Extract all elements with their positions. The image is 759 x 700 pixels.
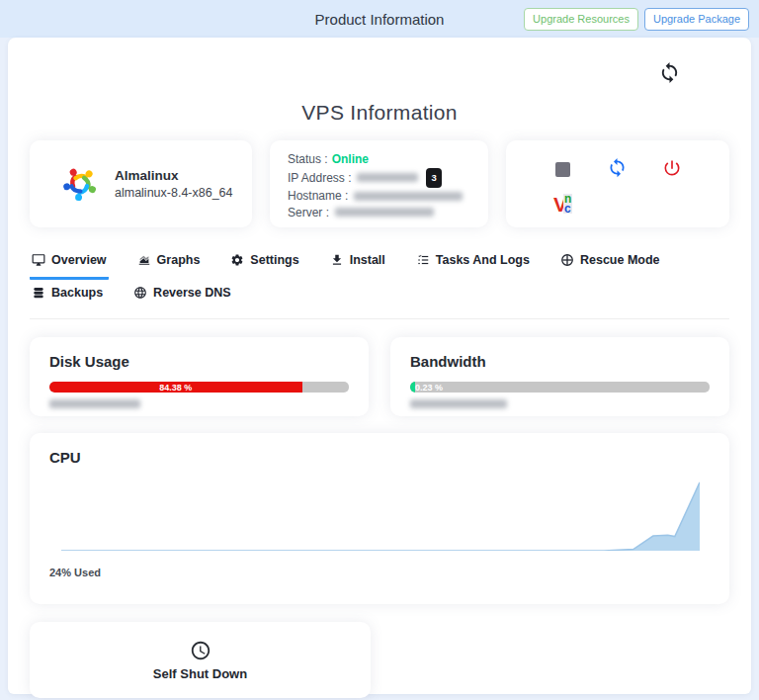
restart-button[interactable] [607,157,628,182]
tab-graphs[interactable]: Graphs [135,249,203,280]
life-ring-icon [560,253,574,267]
tab-bar: Overview Graphs Settings Install Tasks A… [30,249,729,312]
disk-usage-percent: 84.38 % [159,383,192,393]
area-chart-icon [137,253,151,267]
ip-row: IP Address : 3 [288,168,470,189]
gear-icon [230,253,244,267]
tab-reverse-dns[interactable]: Reverse DNS [131,282,233,312]
tab-label: Settings [250,253,298,267]
hostname-label: Hostname : [288,188,348,205]
status-value: Online [332,151,369,168]
tab-label: Tasks And Logs [436,253,530,267]
page-title: VPS Information [30,101,729,125]
hostname-row: Hostname : [288,188,470,205]
monitor-icon [32,253,45,267]
download-icon [330,253,344,267]
bandwidth-card: Bandwidth 0.23 % [390,337,729,416]
tabs-divider [30,318,729,319]
globe-icon [133,286,147,300]
disk-usage-card: Disk Usage 84.38 % [30,337,369,416]
refresh-row [30,38,729,87]
self-shutdown-card[interactable]: Self Shut Down [30,622,371,698]
task-list-icon [416,253,430,267]
tab-settings[interactable]: Settings [228,249,300,280]
cpu-chart [61,480,700,551]
disk-usage-title: Disk Usage [49,353,349,370]
upgrade-package-button[interactable]: Upgrade Package [644,8,749,31]
vnc-console-button[interactable]: V n c [553,194,572,215]
bandwidth-title: Bandwidth [410,353,710,370]
tab-label: Install [350,253,385,267]
ip-count-badge[interactable]: 3 [426,168,441,189]
bandwidth-bar: 0.23 % [410,382,710,393]
tab-tasks-and-logs[interactable]: Tasks And Logs [414,249,532,280]
cpu-title: CPU [49,449,710,466]
header-bar: Product Information Upgrade Resources Up… [0,0,759,38]
sync-icon [607,157,628,178]
almalinux-logo-icon [59,163,101,205]
os-name: Almalinux [115,168,233,183]
header-actions: Upgrade Resources Upgrade Package [524,8,749,31]
database-icon [32,286,45,300]
status-card: Status : Online IP Address : 3 Hostname … [270,140,488,227]
power-icon [662,158,682,178]
tab-overview[interactable]: Overview [30,249,109,280]
tab-rescue-mode[interactable]: Rescue Mode [558,249,662,280]
cpu-used-label: 24% Used [49,567,710,578]
hostname-value-redacted [354,192,463,201]
server-value-redacted [335,208,434,217]
power-off-button[interactable] [662,158,682,182]
controls-card: V n c [506,140,729,227]
ip-value-redacted [357,173,418,182]
tab-label: Rescue Mode [580,253,660,267]
tab-backups[interactable]: Backups [30,282,105,312]
server-row: Server : [288,205,470,221]
disk-usage-bar: 84.38 % [49,382,349,393]
upgrade-resources-button[interactable]: Upgrade Resources [524,8,638,31]
server-label: Server : [288,205,329,221]
disk-usage-bar-fill: 84.38 % [49,382,302,393]
tab-label: Overview [51,253,107,267]
vnc-letters-nc: n c [563,194,572,214]
status-label: Status : [288,151,328,168]
os-template: almalinux-8.4-x86_64 [115,186,233,200]
os-card: Almalinux almalinux-8.4-x86_64 [30,140,252,227]
ip-label: IP Address : [288,170,351,187]
bandwidth-detail-redacted [410,399,507,408]
tab-install[interactable]: Install [328,249,387,280]
cpu-card: CPU 24% Used [30,433,729,604]
info-cards-row: Almalinux almalinux-8.4-x86_64 Status : … [30,140,729,227]
main-panel: VPS Information [8,38,751,694]
os-text: Almalinux almalinux-8.4-x86_64 [115,168,233,200]
stop-button[interactable] [555,162,570,177]
tab-label: Reverse DNS [153,286,231,300]
vnc-letter-c: c [564,204,571,214]
bandwidth-percent: 0.23 % [415,383,443,393]
sync-icon [658,61,681,84]
usage-cards-row: Disk Usage 84.38 % Bandwidth 0.23 % [30,337,729,416]
tab-label: Backups [51,286,103,300]
refresh-page-button[interactable] [656,59,682,85]
header-title: Product Information [315,11,445,28]
status-row: Status : Online [288,151,470,168]
disk-usage-detail-redacted [49,399,140,408]
tab-label: Graphs [157,253,201,267]
clock-icon [190,640,211,661]
self-shutdown-label: Self Shut Down [153,666,247,681]
